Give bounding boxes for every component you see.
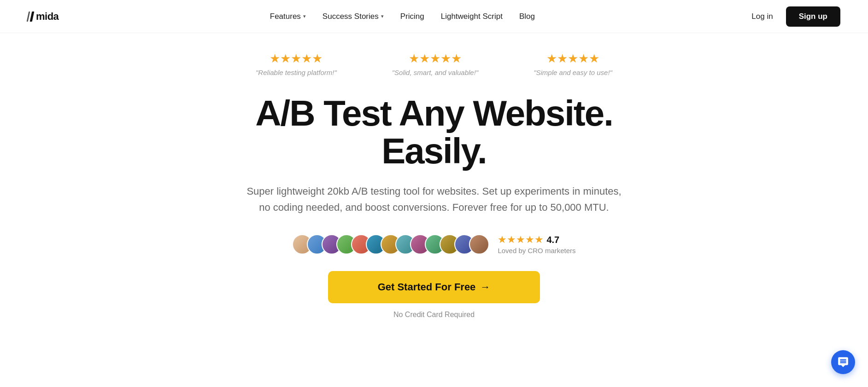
logo-text: mida	[36, 11, 59, 23]
proof-rating: ★★★★★ 4.7 Loved by CRO marketers	[498, 234, 575, 254]
social-proof: ★★★★★ 4.7 Loved by CRO marketers	[292, 234, 575, 254]
rating-quote-1: "Reliable testing platform!"	[256, 69, 337, 76]
chat-bubble-button[interactable]	[831, 350, 855, 374]
nav-lightweight-script[interactable]: Lightweight Script	[434, 8, 509, 25]
hero-section: ★★★★★ "Reliable testing platform!" ★★★★★…	[0, 33, 868, 347]
avatar	[469, 234, 489, 254]
logo[interactable]: mida	[28, 11, 59, 23]
nav-links: Features ▾ Success Stories ▾ Pricing Lig…	[264, 8, 541, 25]
navbar: mida Features ▾ Success Stories ▾ Pricin…	[0, 0, 868, 33]
rating-quote-3: "Simple and easy to use!"	[534, 69, 612, 76]
login-button[interactable]: Log in	[746, 8, 778, 25]
nav-auth: Log in Sign up	[746, 6, 840, 27]
proof-score: 4.7	[546, 235, 559, 245]
chat-icon	[837, 356, 849, 368]
proof-label: Loved by CRO marketers	[498, 247, 575, 254]
stars-1: ★★★★★	[270, 52, 323, 66]
rating-quote-2: "Solid, smart, and valuable!"	[392, 69, 478, 76]
avatar-stack	[292, 234, 489, 254]
proof-stars: ★★★★★	[498, 234, 544, 246]
logo-icon	[28, 12, 33, 22]
nav-blog[interactable]: Blog	[513, 8, 541, 25]
ratings-row: ★★★★★ "Reliable testing platform!" ★★★★★…	[28, 52, 840, 76]
cta-label: Get Started For Free	[378, 281, 476, 293]
rating-item-3: ★★★★★ "Simple and easy to use!"	[534, 52, 612, 76]
hero-heading: A/B Test Any Website. Easily.	[227, 95, 641, 170]
proof-stars-row: ★★★★★ 4.7	[498, 234, 559, 246]
nav-features[interactable]: Features ▾	[264, 8, 312, 25]
signup-button[interactable]: Sign up	[786, 6, 840, 27]
stars-3: ★★★★★	[546, 52, 599, 66]
nav-success-stories[interactable]: Success Stories ▾	[316, 8, 390, 25]
chevron-down-icon: ▾	[381, 13, 384, 19]
rating-item-2: ★★★★★ "Solid, smart, and valuable!"	[392, 52, 478, 76]
hero-subtext: Super lightweight 20kb A/B testing tool …	[245, 183, 623, 215]
stars-2: ★★★★★	[409, 52, 462, 66]
rating-item-1: ★★★★★ "Reliable testing platform!"	[256, 52, 337, 76]
cta-button[interactable]: Get Started For Free →	[328, 271, 540, 303]
no-credit-card-text: No Credit Card Required	[393, 311, 475, 319]
cta-arrow-icon: →	[480, 281, 490, 293]
chevron-down-icon: ▾	[303, 13, 306, 19]
nav-pricing[interactable]: Pricing	[394, 8, 431, 25]
